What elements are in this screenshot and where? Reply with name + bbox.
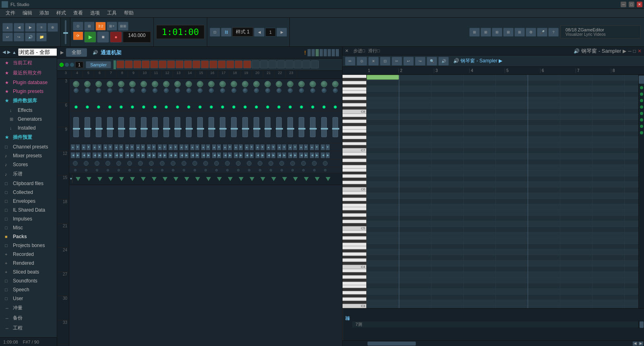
piano-key-3-3[interactable] [343,279,366,282]
sidebar-item-clipboard[interactable]: □ Clipboard files [0,179,57,188]
up-arrow-6[interactable]: ▲ [136,144,140,150]
pr-tool-select[interactable]: ⊙ [357,57,367,66]
piano-key-3-1[interactable] [343,272,366,276]
seq-btn[interactable]: ⊞ [481,28,491,37]
vol-knob-18[interactable] [276,81,282,87]
vol-knob-23[interactable] [332,81,339,87]
right-arrow-5[interactable]: ▶ [130,152,134,158]
beat-mode-btn[interactable]: 3:2 [95,22,106,31]
fader-strip-7[interactable] [150,113,160,141]
vol-knob-2[interactable] [95,81,102,87]
down-arrow-13[interactable]: ▼ [217,144,221,150]
pr-x-btn[interactable]: ✕ [638,48,642,54]
down-arrow-21[interactable]: ▼ [304,144,308,150]
circle-btn-12[interactable] [203,161,208,166]
circle-btn-21[interactable] [301,161,306,166]
up-arrow-12[interactable]: ▲ [201,144,205,150]
up-arrow-19[interactable]: ▲ [277,144,281,150]
fader-strip-13[interactable] [217,113,228,141]
mixer-btn[interactable]: ⊞ [469,28,480,37]
vol-knob-13[interactable] [219,81,226,87]
control-area[interactable]: 7测 [352,321,638,327]
menu-view[interactable]: 查看 [70,9,86,17]
left-arrow-20[interactable]: ◀ [288,152,292,158]
circle-btn-17[interactable] [258,161,262,166]
sidebar-item-speech[interactable]: □ Speech [0,285,57,294]
vol-bar-6[interactable] [328,49,331,56]
piano-key-8-2[interactable] [343,81,366,84]
right-arrow-16[interactable]: ▶ [250,152,254,158]
pan-knob-12[interactable] [209,88,214,93]
pattern-prev[interactable]: ◀ [254,28,264,37]
vol-knob-19[interactable] [287,81,293,87]
pr-vscroll-thumb[interactable] [639,76,644,84]
circle-btn-20[interactable] [290,161,295,166]
up-arrow-11[interactable]: ▲ [190,144,194,150]
piano-key-6-5[interactable] [343,169,366,172]
sampler-label[interactable]: Sampler [86,61,111,68]
step-btn-16[interactable] [252,60,260,68]
tri-btn-13[interactable] [217,177,222,181]
piano-key-5-4[interactable] [343,204,366,207]
piano-key-8-7[interactable] [343,97,366,100]
circle-btn-5[interactable] [127,161,132,166]
tri-btn-16[interactable] [250,177,254,181]
tri-btn-7[interactable] [152,177,157,181]
counter-btn[interactable]: ⊞ [84,22,95,31]
sidebar-item-soundfonts[interactable]: □ Soundfonts [0,276,57,285]
tri-btn-23[interactable] [326,177,330,181]
vol-knob-9[interactable] [174,81,181,87]
piano-key-8-9[interactable] [343,103,366,107]
step-btn-4[interactable] [150,60,158,68]
fader-strip-8[interactable] [161,113,171,141]
sidebar-item-projects-bones[interactable]: □ Projects bones [0,241,57,250]
mic-btn[interactable]: 🎤 [537,28,547,37]
up-arrow-3[interactable]: ▲ [103,144,107,150]
tri-btn-0[interactable] [76,177,80,181]
sidebar-item-il-shared-data[interactable]: □ IL Shared Data [0,206,57,214]
close-button[interactable]: ✕ [637,2,642,7]
step-btn-0[interactable] [116,60,124,68]
pan-knob-0[interactable] [74,88,78,93]
pr-close-btn[interactable]: ─ [628,48,632,54]
pr-tool-mute[interactable]: ⊡ [380,57,390,66]
pr-vscrollbar[interactable]: for(let i=0;i<8;i++){ document.write('<d… [638,75,644,308]
piano-key-4-4[interactable] [343,243,366,246]
left-arrow-12[interactable]: ◀ [201,152,205,158]
down-arrow-7[interactable]: ▼ [152,144,156,150]
sidebar-item-plugin-db-cn[interactable]: ★ 插件数据库 [0,96,57,106]
tri-nav-left[interactable]: ▼ [70,175,72,183]
piano-key-7-7[interactable] [343,136,366,139]
help-btn[interactable]: ? [548,28,559,37]
left-arrow-11[interactable]: ◀ [190,152,194,158]
plugin-btn[interactable]: ⊞ [514,28,525,37]
down-arrow-19[interactable]: ▼ [282,144,286,150]
all-btn[interactable]: 全部 [66,48,87,57]
left-arrow-3[interactable]: ◀ [103,152,107,158]
arrow-left-btn[interactable]: ▶ [60,50,64,55]
piano-key-5-7[interactable] [343,214,366,217]
pan-knob-21[interactable] [310,88,315,93]
tri-btn-12[interactable] [206,177,211,181]
piano-key-4-11[interactable]: C4 [343,265,366,269]
sidebar-item-plugin-database[interactable]: ★ Plugin database [0,78,57,87]
pr-tool-slice[interactable]: ✂ [392,57,402,66]
right-arrow-18[interactable]: ▶ [271,152,275,158]
piano-key-6-9[interactable] [343,181,366,184]
left-arrow-17[interactable]: ◀ [256,152,260,158]
piano-key-6-4[interactable] [343,165,366,169]
pan-knob-2[interactable] [96,88,101,93]
step-btn-2[interactable] [133,60,141,68]
piano-btn[interactable]: ⊞ [492,28,502,37]
down-arrow-10[interactable]: ▼ [184,144,188,150]
pr-dot-3[interactable] [640,105,643,109]
up-arrow-18[interactable]: ▲ [266,144,270,150]
piano-key-4-8[interactable] [343,256,366,259]
down-arrow-4[interactable]: ▼ [119,144,123,150]
step-btn-13[interactable] [226,60,234,68]
piano-key-8-10[interactable] [343,107,366,110]
piano-key-3-9[interactable] [343,298,366,301]
piano-key-7-5[interactable] [343,130,366,133]
right-arrow-20[interactable]: ▶ [293,152,297,158]
piano-key-6-10[interactable] [343,184,366,187]
